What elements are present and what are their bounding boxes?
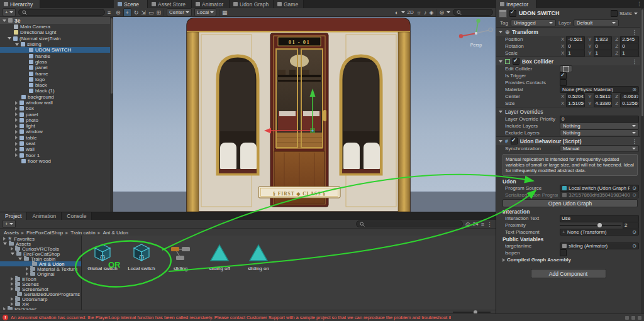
hierarchy-item[interactable]: light	[0, 123, 113, 129]
tree-item[interactable]: UdonSharp	[0, 297, 81, 302]
rotation-x-field[interactable]: 0	[566, 43, 585, 50]
foldout-icon[interactable]	[15, 124, 18, 128]
pan-tool-icon[interactable]: ⊛	[116, 9, 121, 16]
scale-tool-icon[interactable]: ⇲	[141, 9, 146, 16]
active-checkbox[interactable]	[509, 10, 516, 17]
tree-item[interactable]: XR	[0, 302, 81, 307]
foldout-icon[interactable]	[499, 60, 502, 63]
text-placement-object-field[interactable]: +None (Transform)⊙	[560, 229, 639, 236]
isopen-checkbox[interactable]	[560, 249, 567, 256]
hierarchy-item[interactable]: logo	[0, 77, 113, 82]
inspector-menu-icon[interactable]: ⋮	[636, 1, 643, 7]
interaction-text-field[interactable]: Use	[560, 215, 639, 222]
hierarchy-item[interactable]: wall	[0, 146, 113, 152]
size-y-field[interactable]: 4.338026	[594, 100, 613, 107]
error-icon[interactable]: !	[3, 315, 8, 320]
position-z-field[interactable]: 2.545	[620, 36, 639, 43]
static-checkbox[interactable]	[611, 10, 618, 17]
transform-header[interactable]: ⊕ Transform ⋮	[496, 27, 640, 36]
status-mini-icon[interactable]	[631, 316, 635, 320]
tab-game[interactable]: Game	[274, 0, 304, 8]
foldout-icon[interactable]	[15, 112, 18, 116]
center-y-field[interactable]: 0.5811913	[594, 93, 613, 101]
breadcrumb-item[interactable]: Ani & Udon	[96, 230, 128, 236]
foldout-icon[interactable]	[26, 272, 28, 276]
static-control[interactable]: Static	[611, 10, 638, 17]
foldout-icon[interactable]	[15, 148, 18, 151]
foldout-icon[interactable]	[499, 111, 502, 113]
proximity-value-field[interactable]: 2	[623, 222, 639, 229]
scale-y-field[interactable]: 1	[594, 50, 613, 57]
inspector-scrollbar[interactable]	[641, 8, 644, 313]
scale-x-field[interactable]: 1	[566, 50, 585, 57]
foldout-icon[interactable]	[11, 253, 14, 255]
hierarchy-item[interactable]: photo	[0, 117, 113, 123]
tab-inspector[interactable]: Inspector	[496, 0, 536, 8]
position-y-field[interactable]: 1.923	[594, 36, 613, 43]
icon-size-slider[interactable]	[453, 312, 491, 313]
context-menu-icon[interactable]: ⋮	[632, 58, 638, 65]
move-tool-icon[interactable]: +	[123, 8, 131, 17]
hierarchy-item[interactable]: black	[0, 82, 113, 88]
scale-z-field[interactable]: 1	[620, 50, 639, 57]
asset-global-switch[interactable]: {} Global switch	[84, 242, 121, 271]
scene-effects-icon[interactable]: ◈	[430, 9, 434, 16]
hierarchy-item[interactable]: floor wood	[0, 158, 113, 164]
foldout-icon[interactable]	[499, 140, 502, 143]
tab-asset-store[interactable]: Asset Store	[148, 0, 192, 8]
toggle-2d-button[interactable]: 2D	[408, 9, 414, 16]
add-component-button[interactable]: Add Component	[531, 269, 606, 278]
udon-behaviour-header[interactable]: # Udon Behaviour (Script) ⋮	[496, 136, 640, 145]
axis-y-handle[interactable]	[476, 19, 480, 23]
center-z-field[interactable]: -0.063772	[620, 93, 639, 101]
lock-icon[interactable]: ≡	[481, 220, 484, 228]
tab-animator[interactable]: Animator	[192, 0, 230, 8]
foldout-icon[interactable]	[15, 118, 18, 122]
rotate-tool-icon[interactable]: ↻	[134, 9, 139, 16]
context-menu-icon[interactable]: ⋮	[632, 138, 638, 144]
foldout-icon[interactable]	[11, 277, 13, 281]
hierarchy-item[interactable]: background	[0, 94, 113, 100]
targetanime-object-field[interactable]: sliding (Animator)⊙	[560, 242, 639, 249]
foldout-icon[interactable]	[499, 31, 502, 33]
tree-item-favorites[interactable]: ★Favorites	[0, 236, 81, 241]
object-picker-icon[interactable]: ⊙	[632, 87, 636, 92]
shading-mode-icon[interactable]: ◐	[395, 9, 398, 16]
hierarchy-item[interactable]: window wall	[0, 100, 113, 106]
hierarchy-item[interactable]: panel	[0, 111, 113, 117]
box-collider-header[interactable]: Box Collider ⋮	[496, 57, 640, 65]
foldout-icon[interactable]	[3, 242, 7, 245]
tab-scene[interactable]: Scene	[114, 0, 148, 8]
rect-tool-icon[interactable]: ▭	[148, 9, 154, 16]
component-enabled-checkbox[interactable]	[511, 138, 518, 144]
status-mini-icon[interactable]	[638, 316, 641, 320]
hierarchy-item[interactable]: frame	[0, 70, 113, 76]
object-picker-icon[interactable]: ⊙	[632, 229, 636, 235]
tab-udon-graph[interactable]: Udon Graph	[230, 0, 274, 8]
size-x-field[interactable]: 1.510565	[566, 100, 585, 107]
material-object-field[interactable]: None (Physic Material)⊙	[560, 86, 639, 93]
foldout-icon[interactable]	[502, 258, 505, 262]
asset-sliding-controller[interactable]: sliding	[162, 242, 199, 271]
foldout-icon[interactable]	[8, 37, 11, 40]
project-search-input[interactable]	[356, 220, 463, 227]
transform-tool-icon[interactable]: ⊞	[156, 9, 161, 16]
provides-contacts-checkbox[interactable]	[560, 79, 567, 86]
foldout-icon[interactable]	[11, 287, 13, 291]
foldout-icon[interactable]	[11, 297, 13, 301]
project-create-button[interactable]: +	[3, 220, 16, 228]
object-picker-icon[interactable]: ⊙	[632, 243, 636, 249]
status-error-text[interactable]: An abnormal situation has occurred: the …	[11, 315, 451, 320]
hierarchy-item[interactable]: black (1)	[0, 88, 113, 94]
hierarchy-item[interactable]: seat	[0, 141, 113, 146]
asset-sliding-on[interactable]: sliding on	[240, 242, 277, 271]
foldout-icon[interactable]	[3, 19, 6, 22]
is-trigger-checkbox[interactable]	[560, 72, 567, 79]
slider-thumb[interactable]	[597, 223, 602, 227]
include-layers-dropdown[interactable]: Nothing	[560, 122, 639, 129]
position-x-field[interactable]: -0.521	[566, 36, 585, 43]
breadcrumb-item[interactable]: Assets	[4, 230, 19, 236]
hierarchy-item[interactable]: floor 1	[0, 153, 113, 158]
component-enabled-checkbox[interactable]	[513, 58, 519, 65]
scene-search-input[interactable]	[453, 9, 493, 16]
